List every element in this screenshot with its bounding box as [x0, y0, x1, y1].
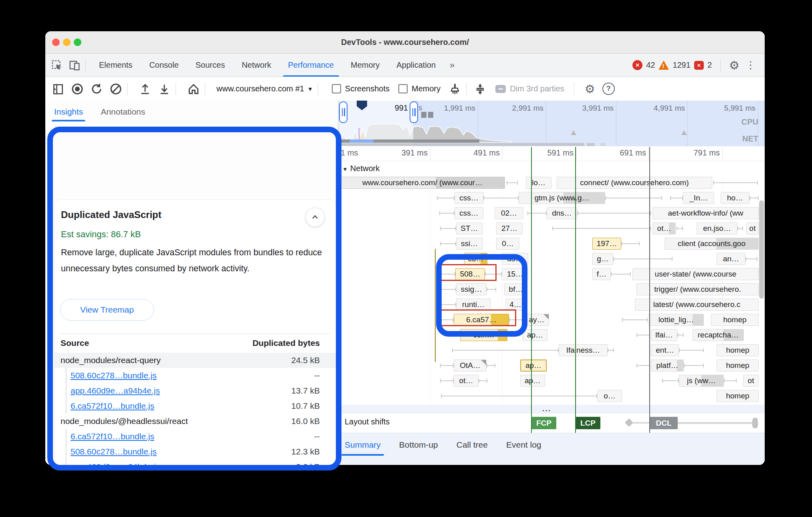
download-profile-icon[interactable]	[158, 83, 171, 95]
inspect-element-icon[interactable]	[51, 59, 63, 71]
tab-performance[interactable]: Performance	[280, 54, 343, 77]
overflow-ellipsis[interactable]: …	[541, 402, 552, 414]
network-event[interactable]: user-state/ (www.course	[632, 268, 759, 280]
details-tab-summary[interactable]: Summary	[345, 433, 381, 465]
history-selector[interactable]: www.coursehero.com #1 ▼	[216, 84, 313, 93]
network-event[interactable]: 27…	[496, 222, 523, 234]
layout-shift-diamond[interactable]	[625, 418, 633, 427]
upload-profile-icon[interactable]	[139, 83, 151, 95]
network-event[interactable]: lfai…	[651, 329, 677, 341]
sidebar-tab-annotations[interactable]: Annotations	[101, 107, 145, 121]
toggle-sidebar-icon[interactable]	[52, 83, 65, 95]
network-event[interactable]: OtA…	[454, 359, 487, 372]
network-event[interactable]: homep	[717, 390, 759, 402]
collapse-tracks-icon[interactable]	[474, 83, 487, 95]
network-event[interactable]: homep	[711, 314, 759, 326]
network-event[interactable]: ot	[746, 222, 759, 234]
network-event[interactable]: ap…	[520, 359, 547, 372]
issues-icon[interactable]: ×	[694, 61, 704, 70]
network-event[interactable]: an…	[717, 253, 745, 265]
home-icon[interactable]	[187, 83, 200, 95]
issue-count[interactable]: 2	[707, 61, 712, 70]
marker-badge-lcp[interactable]: LCP	[576, 417, 600, 429]
network-event[interactable]: platf…	[651, 359, 684, 372]
network-event[interactable]: latest/ (www.coursehero.c	[635, 299, 759, 311]
network-event[interactable]: o…	[597, 390, 622, 402]
network-event[interactable]: js (ww…	[679, 375, 724, 387]
network-event[interactable]: connect/ (www.coursehero.com)	[557, 177, 712, 189]
details-tab-bottom-up[interactable]: Bottom-up	[399, 433, 438, 465]
network-track-header[interactable]: ▼Network	[339, 161, 380, 176]
capture-settings-gear-icon[interactable]: ⚙	[585, 83, 595, 95]
timing-marker-line	[531, 147, 532, 433]
network-event[interactable]: _In…	[683, 192, 714, 204]
network-event[interactable]: ST…	[456, 222, 483, 234]
sidebar-tab-insights[interactable]: Insights	[54, 107, 83, 121]
dim-3rd-parties-label[interactable]: Dim 3rd parties	[510, 84, 564, 93]
network-event[interactable]: homep	[717, 344, 759, 356]
error-icon[interactable]: ×	[632, 60, 642, 70]
tab-memory[interactable]: Memory	[342, 54, 388, 77]
network-event[interactable]: ot	[743, 375, 759, 387]
network-event[interactable]: aet-workflow-info/ (ww	[652, 207, 759, 219]
network-event[interactable]: recaptcha…	[693, 329, 744, 341]
network-event[interactable]: 02…	[495, 207, 523, 219]
details-tab-call-tree[interactable]: Call tree	[456, 433, 488, 465]
tab-elements[interactable]: Elements	[91, 54, 141, 77]
network-event[interactable]: ho…	[721, 192, 749, 204]
clear-icon[interactable]	[109, 83, 122, 95]
screenshots-checkbox[interactable]	[332, 84, 341, 93]
network-event[interactable]: g…	[592, 253, 613, 265]
network-event[interactable]: ap…	[520, 375, 545, 387]
network-overflow-strip[interactable]: …	[339, 405, 765, 413]
help-icon[interactable]: ?	[602, 83, 615, 95]
error-count[interactable]: 42	[646, 61, 655, 70]
warning-count[interactable]: 1291	[673, 61, 691, 70]
network-event[interactable]: ent…	[651, 344, 679, 356]
network-event[interactable]: trigger/ (www.coursehero.	[636, 283, 759, 295]
reload-record-icon[interactable]	[90, 83, 103, 95]
kebab-menu-icon[interactable]: ⋮	[743, 59, 758, 71]
network-event[interactable]: 0…	[496, 238, 519, 250]
record-icon[interactable]	[71, 83, 84, 95]
tab-console[interactable]: Console	[141, 54, 187, 77]
network-event[interactable]: ay…	[524, 314, 549, 326]
dim-3rd-parties-toggle[interactable]	[495, 85, 506, 93]
selection-right-handle[interactable]	[410, 101, 418, 123]
network-event[interactable]: ssi…	[456, 238, 483, 250]
marker-badge-fcp[interactable]: FCP	[531, 417, 556, 429]
network-event[interactable]: 197…	[592, 238, 621, 250]
network-event[interactable]: ot…	[454, 375, 479, 387]
tab-network[interactable]: Network	[233, 54, 279, 77]
network-event[interactable]: dns…	[547, 207, 577, 219]
memory-label[interactable]: Memory	[412, 84, 440, 93]
settings-gear-icon[interactable]: ⚙	[729, 59, 739, 71]
more-tabs-button[interactable]: »	[444, 60, 460, 71]
tab-sources[interactable]: Sources	[187, 54, 233, 77]
marker-badge-dcl[interactable]: DCL	[650, 417, 678, 429]
request-whisker	[677, 228, 683, 229]
garbage-collect-icon[interactable]	[448, 83, 461, 95]
network-event[interactable]: client (accounts.goo	[665, 238, 759, 250]
device-toolbar-icon[interactable]	[69, 59, 81, 71]
network-event[interactable]: lottie_lig…	[648, 314, 704, 326]
network-event[interactable]: css…	[454, 192, 483, 204]
network-event[interactable]: www.coursehero.com/ (www.cour…	[340, 177, 505, 189]
request-whisker	[621, 243, 640, 244]
selection-left-handle[interactable]	[339, 101, 347, 123]
timeline-overview[interactable]: 1,991 ms2,991 ms3,991 ms4,991 ms5,991 ms…	[339, 101, 765, 146]
network-event[interactable]: lo…	[526, 177, 551, 189]
details-tab-event-log[interactable]: Event log	[506, 433, 541, 465]
network-event[interactable]: en.jso…	[697, 222, 737, 234]
tab-application[interactable]: Application	[388, 54, 444, 77]
network-event[interactable]: css…	[454, 207, 483, 219]
warning-icon[interactable]: !	[658, 61, 669, 70]
network-event[interactable]: ot…	[652, 222, 676, 234]
network-event[interactable]: ap…	[523, 329, 547, 341]
network-event[interactable]: Ifainess…	[559, 344, 608, 356]
network-event[interactable]: homep	[717, 359, 759, 372]
vertical-scrollbar[interactable]	[759, 200, 764, 299]
network-event[interactable]: f…	[592, 268, 611, 280]
screenshots-label[interactable]: Screenshots	[345, 84, 390, 93]
memory-checkbox[interactable]	[398, 84, 408, 93]
